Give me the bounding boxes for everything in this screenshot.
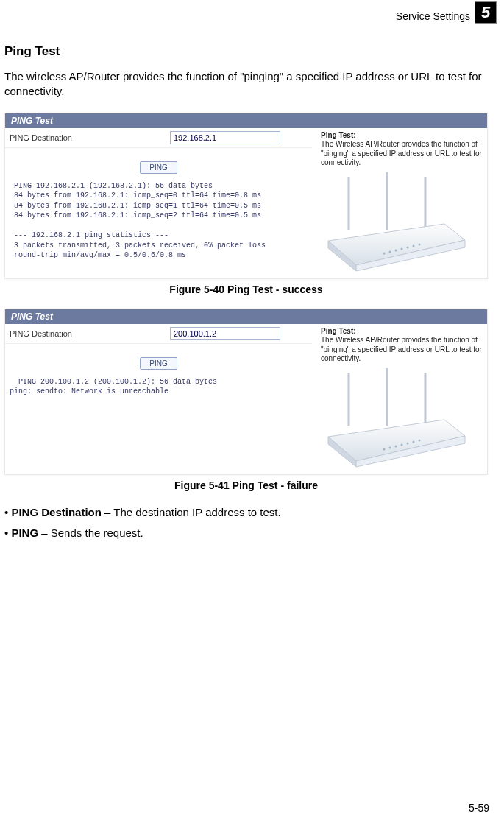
list-item: PING – Sends the request. (4, 525, 488, 542)
ping-destination-label: PING Destination (10, 329, 135, 338)
list-text: – Sends the request. (41, 527, 143, 539)
ping-output: PING 192.168.2.1 (192.168.2.1): 56 data … (5, 181, 312, 267)
ping-button[interactable]: PING (140, 161, 177, 174)
definition-list: PING Destination – The destination IP ad… (4, 504, 488, 542)
svg-point-16 (401, 443, 403, 446)
figure-caption: Figure 5-41 Ping Test - failure (4, 479, 488, 491)
panel-title: PING Test (5, 309, 487, 324)
list-text: – The destination IP address to test. (102, 506, 281, 518)
svg-point-17 (407, 442, 409, 444)
ping-destination-row: PING Destination (5, 128, 312, 148)
ping-test-panel: PING Test PING Destination PING PING 192… (4, 113, 488, 279)
router-icon (321, 367, 468, 470)
svg-point-4 (389, 250, 391, 253)
svg-point-9 (419, 243, 421, 245)
svg-point-7 (407, 246, 409, 248)
ping-destination-input[interactable] (170, 327, 280, 340)
figure-caption: Figure 5-40 Ping Test - success (4, 284, 488, 295)
help-title: Ping Test: (321, 327, 483, 337)
ping-destination-row: PING Destination (5, 324, 312, 344)
svg-point-5 (395, 249, 397, 251)
svg-point-19 (419, 439, 421, 441)
panel-title: PING Test (5, 113, 487, 128)
svg-point-13 (383, 448, 386, 450)
svg-point-8 (413, 244, 415, 247)
list-term: PING Destination (11, 506, 102, 518)
ping-button[interactable]: PING (140, 357, 177, 370)
page-number: 5-59 (469, 802, 489, 814)
intro-paragraph: The wireless AP/Router provides the func… (4, 69, 488, 99)
page-content: Ping Test The wireless AP/Router provide… (0, 31, 504, 542)
page-title: Ping Test (4, 44, 488, 59)
svg-point-3 (383, 252, 386, 254)
ping-test-panel: PING Test PING Destination PING PING 200… (4, 309, 488, 475)
router-icon (321, 171, 468, 274)
figure-failure: PING Test PING Destination PING PING 200… (4, 309, 488, 491)
chapter-number-badge: 5 (475, 1, 497, 24)
list-term: PING (11, 527, 41, 539)
ping-destination-input[interactable] (170, 131, 280, 144)
svg-point-15 (395, 445, 397, 447)
help-title: Ping Test: (321, 131, 483, 141)
page-header: Service Settings 5 (0, 0, 504, 31)
svg-point-18 (413, 440, 415, 443)
ping-destination-label: PING Destination (10, 133, 135, 142)
help-text: The Wireless AP/Router provides the func… (321, 140, 483, 168)
ping-output: PING 200.100.1.2 (200.100.1.2): 56 data … (5, 377, 312, 403)
section-name: Service Settings (396, 10, 470, 22)
help-text: The Wireless AP/Router provides the func… (321, 336, 483, 364)
list-item: PING Destination – The destination IP ad… (4, 504, 488, 521)
svg-point-6 (401, 247, 403, 250)
figure-success: PING Test PING Destination PING PING 192… (4, 113, 488, 295)
svg-point-14 (389, 446, 391, 448)
